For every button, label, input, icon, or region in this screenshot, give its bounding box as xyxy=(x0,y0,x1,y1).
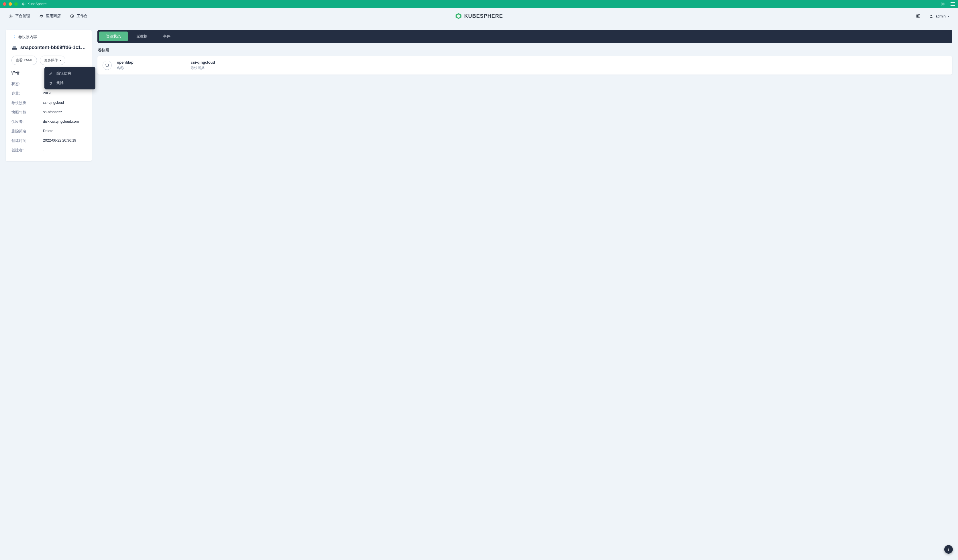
user-icon xyxy=(929,14,933,18)
detail-row-snapshot-handle: 快照句柄: ss-afnhaczz xyxy=(11,108,86,117)
detail-value: Delete xyxy=(43,129,53,134)
titlebar-title-text: KubeSphere xyxy=(27,2,47,6)
caret-down-icon: ▾ xyxy=(948,14,949,18)
back-label: 卷快照内容 xyxy=(18,34,37,40)
nav-platform-management[interactable]: 平台管理 xyxy=(9,13,30,19)
detail-value: 2022-06-22 20:36:19 xyxy=(43,138,76,143)
detail-row-capacity: 容量: 20Gi xyxy=(11,89,86,98)
nav-label: 应用商店 xyxy=(46,13,61,19)
window-minimize-button[interactable] xyxy=(9,2,12,6)
detail-key: 卷快照类: xyxy=(11,101,43,105)
detail-value: - xyxy=(43,148,44,153)
button-label: 更多操作 xyxy=(44,58,58,63)
nav-label: 平台管理 xyxy=(15,13,30,19)
svg-point-5 xyxy=(10,16,11,17)
window-close-button[interactable] xyxy=(3,2,6,6)
row-class-label: 卷快照类 xyxy=(191,66,260,70)
user-menu[interactable]: admin ▾ xyxy=(929,14,949,18)
dashboard-icon xyxy=(70,14,74,18)
more-operations-button[interactable]: 更多操作 ▾ xyxy=(40,56,65,65)
tab-events[interactable]: 事件 xyxy=(156,32,177,41)
section-label-volume-snapshot: 卷快照 xyxy=(97,48,952,53)
window-zoom-button[interactable] xyxy=(14,2,18,6)
help-fab[interactable]: i xyxy=(944,545,953,554)
svg-marker-1 xyxy=(23,3,25,5)
button-label: 查看 YAML xyxy=(16,58,33,63)
volume-snapshot-row[interactable]: openldap 名称 csi-qingcloud 卷快照类 xyxy=(97,56,952,75)
caret-down-icon: ▾ xyxy=(60,59,61,62)
detail-row-creator: 创建者: - xyxy=(11,146,86,155)
nav-workbench[interactable]: 工作台 xyxy=(70,13,88,19)
row-col-name: openldap 名称 xyxy=(117,60,186,70)
kubesphere-logo-icon xyxy=(455,13,462,19)
detail-sidebar: 〈 卷快照内容 snapcontent-bb09ffd6-1c15-… 查看 Y… xyxy=(6,30,92,161)
detail-value: 20Gi xyxy=(43,91,51,96)
trash-icon xyxy=(49,81,53,85)
menu-item-delete[interactable]: 删除 xyxy=(44,78,95,88)
detail-row-deletion-policy: 删除策略: Delete xyxy=(11,127,86,136)
skip-forward-icon[interactable] xyxy=(941,2,945,6)
global-header: 平台管理 应用商店 工作台 KUBESPHERE admin ▾ xyxy=(0,8,958,24)
svg-point-13 xyxy=(106,64,109,65)
detail-key: 删除策略: xyxy=(11,129,43,134)
titlebar-title: KubeSphere xyxy=(22,2,47,6)
back-link[interactable]: 〈 卷快照内容 xyxy=(11,34,86,40)
detail-key: 创建时间: xyxy=(11,138,43,143)
svg-rect-10 xyxy=(918,14,920,18)
hamburger-menu-icon[interactable] xyxy=(950,2,955,6)
svg-point-11 xyxy=(931,14,932,16)
resource-title-row: snapcontent-bb09ffd6-1c15-… xyxy=(11,45,86,51)
notifications-icon[interactable] xyxy=(916,14,920,18)
detail-row-snapshot-class: 卷快照类: csi-qingcloud xyxy=(11,98,86,108)
window-titlebar: KubeSphere xyxy=(0,0,958,8)
gear-icon xyxy=(9,14,13,18)
tab-metadata[interactable]: 元数据 xyxy=(130,32,154,41)
detail-row-provisioner: 供应者: disk.csi.qingcloud.com xyxy=(11,117,86,127)
detail-key: 供应者: xyxy=(11,119,43,124)
kubesphere-logo-icon xyxy=(22,2,26,6)
detail-key: 状态: xyxy=(11,82,43,87)
row-name-label: 名称 xyxy=(117,66,186,70)
main-content: 资源状态 元数据 事件 卷快照 openldap 名称 csi-qingclou… xyxy=(97,30,952,75)
snapshot-refresh-icon xyxy=(103,61,112,70)
tab-bar: 资源状态 元数据 事件 xyxy=(97,30,952,43)
pencil-icon xyxy=(49,72,53,75)
tab-resource-status[interactable]: 资源状态 xyxy=(99,32,128,41)
menu-item-label: 删除 xyxy=(56,81,64,86)
row-name-value: openldap xyxy=(117,60,186,65)
row-class-value: csi-qingcloud xyxy=(191,60,260,65)
detail-key: 容量: xyxy=(11,91,43,96)
more-operations-menu: 编辑信息 删除 xyxy=(44,67,95,89)
svg-rect-12 xyxy=(12,48,17,49)
view-yaml-button[interactable]: 查看 YAML xyxy=(11,56,37,65)
detail-key: 创建者: xyxy=(11,148,43,153)
nav-app-store[interactable]: 应用商店 xyxy=(39,13,61,19)
nav-label: 工作台 xyxy=(76,13,88,19)
detail-value: disk.csi.qingcloud.com xyxy=(43,119,79,124)
brand-logo[interactable]: KUBESPHERE xyxy=(455,13,503,19)
menu-item-edit-info[interactable]: 编辑信息 xyxy=(44,69,95,78)
menu-item-label: 编辑信息 xyxy=(56,71,71,76)
svg-rect-9 xyxy=(917,14,918,18)
row-col-class: csi-qingcloud 卷快照类 xyxy=(191,60,260,70)
detail-value: ss-afnhaczz xyxy=(43,110,62,115)
resource-title: snapcontent-bb09ffd6-1c15-… xyxy=(21,45,86,51)
chevron-left-icon: 〈 xyxy=(11,34,16,40)
detail-row-created-time: 创建时间: 2022-06-22 20:36:19 xyxy=(11,136,86,146)
detail-value: csi-qingcloud xyxy=(43,101,64,105)
window-controls xyxy=(3,2,18,6)
layers-icon xyxy=(39,14,44,18)
disk-icon xyxy=(11,45,17,50)
user-name: admin xyxy=(936,14,946,18)
detail-key: 快照句柄: xyxy=(11,110,43,115)
brand-logo-text: KUBESPHERE xyxy=(464,13,503,19)
